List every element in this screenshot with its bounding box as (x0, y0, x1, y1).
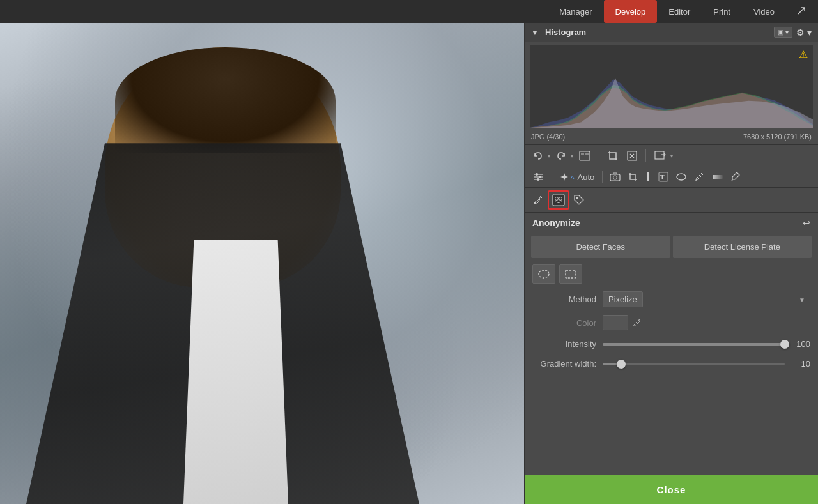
intensity-label: Intensity (532, 339, 596, 349)
gradient-slider-thumb[interactable] (617, 360, 626, 369)
svg-point-12 (614, 176, 617, 179)
svg-point-10 (537, 178, 539, 181)
histogram-section: ▼ Histogram ▣ ▾ ⚙ ▾ ⚠ (525, 23, 818, 144)
histogram-view-btn[interactable]: ▣ ▾ (774, 27, 792, 38)
image-view-button[interactable] (576, 149, 594, 163)
close-button[interactable]: Close (525, 475, 818, 504)
svg-point-23 (539, 270, 549, 278)
intensity-slider-track[interactable] (603, 343, 785, 346)
tag-button[interactable] (571, 192, 587, 208)
toolbar2-divider2 (602, 171, 603, 183)
histogram-canvas: ⚠ (530, 45, 813, 128)
toolbar-divider-1 (599, 149, 599, 162)
text-tool-button[interactable]: T (655, 169, 672, 185)
svg-rect-4 (655, 151, 664, 159)
transform-button[interactable] (624, 149, 640, 163)
toolbar-row-2: AI Auto T (525, 167, 818, 188)
gradient-value: 10 (791, 359, 810, 369)
redo-dropdown-icon[interactable]: ▾ (571, 153, 573, 159)
method-select-arrow-icon: ▼ (799, 296, 805, 303)
sliders-button[interactable] (530, 169, 548, 185)
method-field-row: Method Pixelize Blur Black Color ▼ (525, 287, 818, 311)
method-select-wrapper: Pixelize Blur Black Color ▼ (603, 291, 810, 307)
gradient-slider-track[interactable] (603, 363, 785, 365)
anonymize-face-button[interactable] (548, 190, 569, 210)
intensity-slider-fill (603, 343, 785, 346)
right-panel: ▼ Histogram ▣ ▾ ⚙ ▾ ⚠ (524, 23, 818, 504)
export-button[interactable] (791, 3, 812, 20)
toolbar-divider-2 (645, 149, 646, 162)
histogram-controls: ▣ ▾ ⚙ ▾ (774, 27, 812, 38)
toolbar-row-1: ▾ ▾ ▾ (525, 144, 818, 167)
color-swatch[interactable] (603, 315, 628, 330)
gradient-tool-button[interactable] (709, 171, 727, 183)
line-tool-button[interactable] (642, 169, 654, 185)
histogram-collapse-icon[interactable]: ▼ (531, 28, 539, 37)
svg-rect-24 (566, 270, 576, 278)
svg-text:T: T (660, 174, 665, 181)
ellipse-shape-button[interactable] (532, 264, 555, 284)
detect-faces-button[interactable]: Detect Faces (531, 236, 670, 258)
undo-dropdown-icon[interactable]: ▾ (548, 153, 550, 159)
eyedropper-button[interactable] (728, 169, 743, 185)
crop-button[interactable] (605, 149, 621, 163)
histogram-header: ▼ Histogram ▣ ▾ ⚙ ▾ (525, 23, 818, 42)
svg-rect-2 (585, 153, 589, 155)
top-navigation: Manager Develop Editor Print Video (0, 0, 818, 23)
ellipse-tool-button[interactable] (673, 169, 690, 185)
auto-button[interactable]: AI Auto (556, 171, 598, 184)
nav-tab-print[interactable]: Print (702, 0, 742, 23)
redo-group: ▾ (553, 149, 573, 163)
photo-area (0, 23, 524, 504)
redo-button[interactable] (553, 149, 569, 163)
anonymize-title: Anonymize (532, 218, 580, 228)
svg-point-22 (576, 197, 578, 199)
method-label: Method (532, 294, 596, 304)
anonymize-reset-icon[interactable]: ↩ (803, 218, 810, 228)
intensity-slider-thumb[interactable] (780, 340, 789, 349)
method-select[interactable]: Pixelize Blur Black Color (603, 291, 643, 307)
color-field-row: Color (525, 311, 818, 334)
nav-tab-video[interactable]: Video (742, 0, 786, 23)
detect-buttons-row: Detect Faces Detect License Plate (525, 233, 818, 261)
svg-point-18 (534, 202, 536, 204)
color-picker-icon[interactable] (632, 317, 641, 328)
histogram-info: JPG (4/30) 7680 x 5120 (791 KB) (525, 130, 818, 144)
histogram-size-info: 7680 x 5120 (791 KB) (743, 133, 812, 141)
export-dropdown-icon[interactable]: ▾ (670, 153, 673, 159)
crop3-button[interactable] (625, 170, 641, 184)
photo-wrapper (0, 23, 524, 504)
toolbar2-divider (552, 171, 552, 183)
rectangle-shape-button[interactable] (559, 264, 582, 284)
main-content: ▼ Histogram ▣ ▾ ⚙ ▾ ⚠ (0, 23, 818, 504)
svg-rect-19 (553, 194, 564, 206)
shape-selector-row (525, 261, 818, 287)
nav-tab-develop[interactable]: Develop (604, 0, 658, 23)
anonymize-section-header: Anonymize ↩ (525, 213, 818, 233)
detect-license-plate-button[interactable]: Detect License Plate (673, 236, 812, 258)
color-label: Color (532, 318, 596, 328)
photo-shirt (183, 240, 288, 504)
nav-tab-manager[interactable]: Manager (548, 0, 603, 23)
histogram-chart (530, 45, 813, 128)
camera-button[interactable] (606, 170, 624, 184)
svg-point-8 (536, 173, 538, 176)
svg-point-16 (677, 174, 686, 180)
export-profile-button[interactable] (651, 149, 669, 163)
nav-tab-editor[interactable]: Editor (657, 0, 702, 23)
svg-rect-17 (713, 175, 723, 179)
undo-button[interactable] (530, 149, 546, 163)
gradient-label: Gradient width: (532, 359, 596, 369)
svg-point-9 (539, 176, 541, 178)
gradient-slider-row: Gradient width: 10 (525, 354, 818, 374)
intensity-value: 100 (791, 339, 810, 349)
histogram-title: Histogram (545, 27, 774, 37)
brush-tool-button[interactable] (691, 169, 707, 185)
paint-button[interactable] (530, 192, 546, 208)
histogram-file-info: JPG (4/30) (531, 133, 565, 141)
svg-rect-1 (581, 153, 584, 155)
toolbar-row-3 (525, 188, 818, 213)
photo-hair (115, 47, 335, 153)
histogram-settings-icon[interactable]: ⚙ ▾ (796, 27, 812, 38)
histogram-warning-icon: ⚠ (799, 49, 808, 61)
